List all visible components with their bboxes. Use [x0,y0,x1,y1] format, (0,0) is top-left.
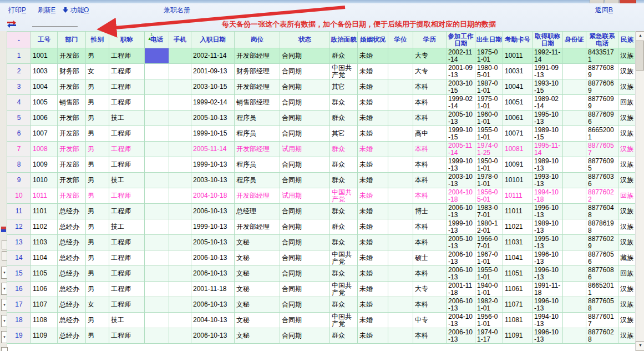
cell[interactable] [169,48,191,64]
cell[interactable]: 1101 [31,204,58,219]
cell[interactable]: 1999-10-13 [191,157,235,173]
cell[interactable]: 合同期 [280,204,330,219]
cell[interactable]: 2006-10-13 [191,328,235,344]
cell[interactable]: 未婚 [358,219,388,235]
cell[interactable]: 汉族 [618,219,636,235]
cell[interactable]: 汉族 [618,204,636,219]
cell[interactable]: 2001-09-13 [447,64,475,79]
cell[interactable]: 总经理 [235,204,280,219]
cell[interactable]: 1956-01-01 [475,313,503,328]
cell[interactable]: 88776017 [586,313,618,328]
cell[interactable]: 开发部经理 [235,219,280,235]
cell[interactable] [145,328,169,344]
cell[interactable] [563,48,586,64]
cell[interactable]: 2006-10-13 [447,204,475,219]
cell[interactable]: 1950-01-01 [475,157,503,173]
cell[interactable]: 开发部经理 [235,188,280,204]
cell[interactable] [563,157,586,173]
cell[interactable] [388,126,413,142]
cell[interactable]: 10061 [503,111,533,126]
cell[interactable]: 博士 [413,204,447,219]
cell[interactable]: 开发部 [58,188,86,204]
cell[interactable]: 程序员 [235,173,280,188]
cell[interactable]: 工程师 [109,250,145,266]
cell[interactable]: 1109 [31,328,58,344]
cell[interactable]: 群众 [330,95,358,111]
cell[interactable]: 2004-10-18 [191,188,235,204]
cell[interactable] [169,250,191,266]
cell[interactable]: 合同期 [280,48,330,64]
cell[interactable]: 11091 [503,328,533,344]
cell[interactable]: 合同期 [280,282,330,297]
cell[interactable]: 1995-11-14 [533,142,563,157]
cell[interactable] [563,297,586,313]
cell[interactable]: 合同期 [280,79,330,95]
column-header-11[interactable]: 婚姻状况 [358,32,388,48]
cell[interactable] [145,297,169,313]
cell[interactable] [169,173,191,188]
cell[interactable]: 1999-10-13 [447,157,475,173]
cell[interactable]: 男 [86,48,109,64]
row-number[interactable]: 11 [7,204,31,219]
cell[interactable] [563,64,586,79]
cell[interactable]: 财务部经理 [235,64,280,79]
cell[interactable]: 男 [86,111,109,126]
cell[interactable]: 男 [86,126,109,142]
cell[interactable]: 1989-10-13 [533,219,563,235]
cell[interactable]: 开发部 [58,48,86,64]
cell[interactable]: 2001-11-18 [191,282,235,297]
cell[interactable]: 开发部经理 [235,48,280,64]
cell[interactable]: 1999-10-13 [447,219,475,235]
cell[interactable]: 女 [86,297,109,313]
cell[interactable] [145,111,169,126]
column-header-8[interactable]: 岗位 [235,32,280,48]
cell[interactable]: 汉族 [618,313,636,328]
menu-item-refresh[interactable]: 刷新E [38,6,55,15]
cell[interactable]: 男 [86,219,109,235]
cell[interactable]: 88776029 [586,235,618,250]
row-number[interactable]: 4 [7,95,31,111]
cell[interactable]: 文秘 [235,235,280,250]
column-header-2[interactable]: 部门 [58,32,86,48]
cell[interactable]: 1104 [31,250,58,266]
cell[interactable]: 总经办 [58,219,86,235]
cell[interactable]: 工程师 [109,235,145,250]
cell[interactable] [169,313,191,328]
cell[interactable]: 总经办 [58,266,86,282]
cell[interactable]: 1106 [31,282,58,297]
cell[interactable]: 其它 [330,126,358,142]
cell[interactable]: 10101 [503,173,533,188]
cell[interactable]: 文秘 [235,266,280,282]
cell[interactable]: 11011 [503,204,533,219]
cell[interactable]: 1966-07-01 [475,235,503,250]
cell[interactable]: 86652011 [586,282,618,297]
cell[interactable] [388,79,413,95]
row-number[interactable]: 13 [7,235,31,250]
cell[interactable] [145,266,169,282]
cell[interactable]: 总经办 [58,235,86,250]
cell[interactable]: 男 [86,282,109,297]
cell[interactable]: 86652001 [586,126,618,142]
cell[interactable]: 2004-10-13 [447,313,475,328]
cell[interactable]: 1007 [31,126,58,142]
cell[interactable] [388,95,413,111]
cell[interactable]: 11061 [503,282,533,297]
row-number[interactable]: 15 [7,266,31,282]
cell[interactable] [145,250,169,266]
cell[interactable]: 10091 [503,157,533,173]
cell[interactable]: 88776095 [586,157,618,173]
cell[interactable]: 2006-10-13 [447,297,475,313]
cell[interactable]: 技工 [109,219,145,235]
cell[interactable]: 本科 [413,142,447,157]
cell[interactable]: 未婚 [358,297,388,313]
row-number[interactable]: 9 [7,173,31,188]
cell[interactable] [563,142,586,157]
cell[interactable]: 未婚 [358,111,388,126]
cell[interactable]: 1006 [31,111,58,126]
cell[interactable]: 技工 [109,313,145,328]
column-header-19[interactable]: 紧急联系电话 [586,32,618,48]
scroll-down-icon[interactable]: ▼ [636,341,644,351]
cell[interactable]: 1010 [31,173,58,188]
cell[interactable]: 10111 [503,188,533,204]
cell[interactable] [388,142,413,157]
